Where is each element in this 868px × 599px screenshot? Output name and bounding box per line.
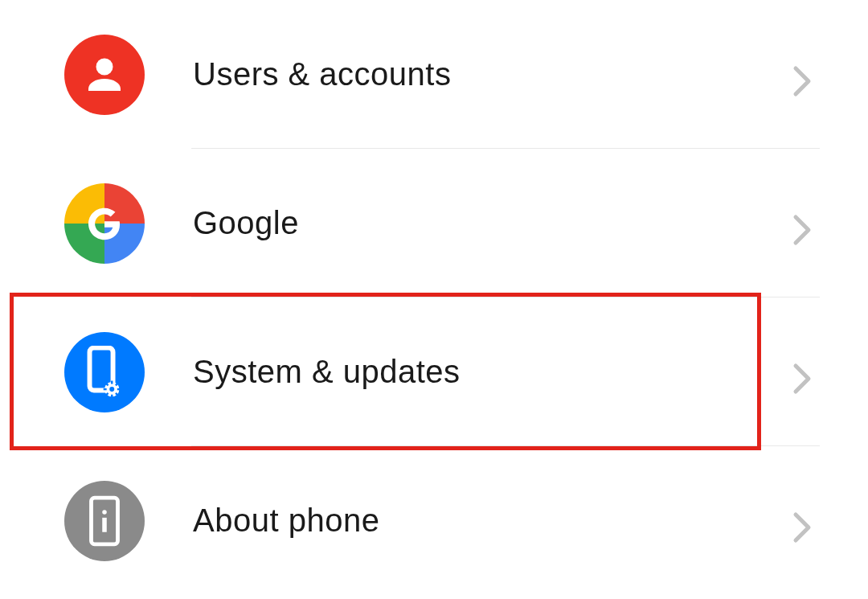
svg-point-13 bbox=[102, 510, 107, 515]
settings-item-label: Users & accounts bbox=[193, 56, 792, 92]
phone-info-icon bbox=[64, 481, 145, 561]
settings-item-users-accounts[interactable]: Users & accounts bbox=[0, 0, 868, 149]
settings-list: Users & accounts Google bbox=[0, 0, 868, 595]
svg-rect-4 bbox=[111, 380, 113, 384]
svg-rect-14 bbox=[102, 517, 107, 531]
svg-rect-5 bbox=[111, 394, 113, 397]
chevron-right-icon bbox=[792, 65, 812, 84]
svg-rect-7 bbox=[117, 388, 121, 389]
google-icon bbox=[64, 183, 145, 264]
svg-rect-6 bbox=[104, 388, 107, 389]
chevron-right-icon bbox=[792, 363, 812, 382]
settings-item-label: System & updates bbox=[193, 354, 792, 390]
chevron-right-icon bbox=[792, 511, 812, 531]
person-icon bbox=[64, 35, 145, 115]
chevron-right-icon bbox=[792, 214, 812, 233]
settings-item-label: Google bbox=[193, 205, 792, 241]
settings-item-label: About phone bbox=[193, 503, 792, 539]
svg-point-3 bbox=[109, 387, 114, 392]
svg-point-0 bbox=[96, 58, 113, 75]
settings-item-system-updates[interactable]: System & updates bbox=[0, 297, 868, 446]
phone-gear-icon bbox=[64, 332, 145, 412]
settings-item-about-phone[interactable]: About phone bbox=[0, 446, 868, 595]
settings-item-google[interactable]: Google bbox=[0, 149, 868, 297]
